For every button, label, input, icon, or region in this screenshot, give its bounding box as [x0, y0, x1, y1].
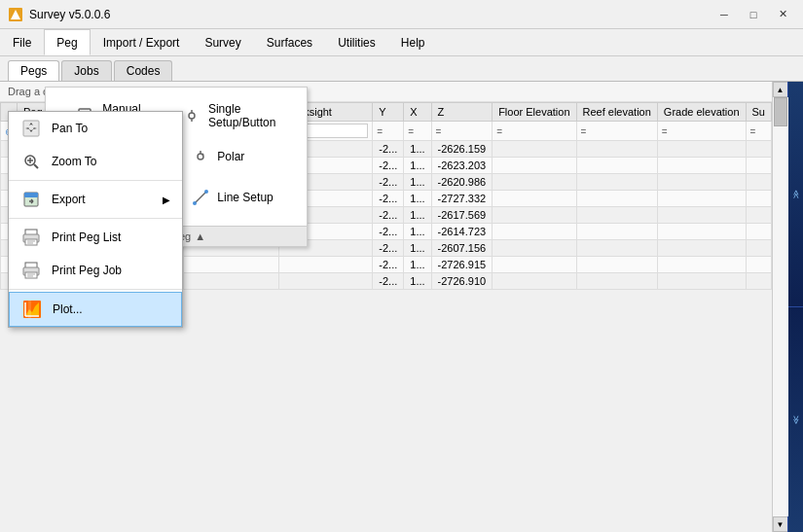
col-x[interactable]: X [404, 103, 431, 122]
menu-utilities[interactable]: Utilities [325, 29, 388, 55]
ctx-divider-2 [9, 218, 182, 219]
cell-grade-elevation [657, 141, 746, 158]
svg-point-5 [189, 113, 195, 119]
ctx-plot-label: Plot... [53, 302, 83, 316]
print-peg-list-icon [20, 227, 42, 248]
svg-rect-24 [24, 193, 38, 197]
filter-floor-eq: = [496, 126, 502, 137]
tab-pegs[interactable]: Pegs [8, 60, 59, 81]
single-setup-label: Single Setup/Button [208, 102, 275, 129]
filter-su[interactable]: = [746, 122, 771, 141]
right-panel-top-icon: ≪ [791, 190, 801, 198]
plot-icon [21, 299, 43, 320]
main-area: Drag a column header here to group by th… [0, 82, 803, 532]
context-menu: Pan To Zoom To [8, 111, 183, 328]
svg-rect-42 [28, 301, 31, 318]
svg-rect-30 [25, 239, 37, 245]
maximize-button[interactable]: □ [741, 5, 766, 24]
ctx-pan-to-label: Pan To [52, 122, 88, 135]
col-reef-elevation[interactable]: Reef elevation [576, 103, 657, 122]
pan-to-icon [20, 118, 42, 139]
cell-z: -2626.159 [431, 141, 493, 158]
filter-z-eq: = [436, 126, 442, 137]
filter-y[interactable]: = [373, 122, 404, 141]
ctx-pan-to[interactable]: Pan To [9, 112, 182, 145]
svg-line-15 [195, 192, 206, 203]
svg-point-17 [204, 190, 208, 194]
title-bar: Survey v5.0.0.6 ─ □ ✕ [0, 0, 803, 29]
tab-codes[interactable]: Codes [114, 60, 173, 81]
scroll-track[interactable] [773, 97, 788, 516]
cell-floor-elevation [493, 141, 576, 158]
col-su[interactable]: Su [746, 103, 771, 122]
filter-x[interactable]: = [404, 122, 431, 141]
menu-survey[interactable]: Survey [192, 29, 253, 55]
menu-help[interactable]: Help [388, 29, 438, 55]
cell-su [746, 141, 771, 158]
ctx-divider-3 [9, 289, 182, 290]
ctx-export-label: Export [52, 193, 86, 206]
filter-z[interactable]: = [431, 122, 493, 141]
svg-line-12 [202, 154, 204, 156]
col-floor-elevation[interactable]: Floor Elevation [493, 103, 576, 122]
ctx-print-peg-list-label: Print Peg List [52, 231, 121, 244]
cell-y: -2... [373, 141, 404, 158]
export-icon [20, 189, 42, 210]
filter-x-eq: = [408, 126, 414, 137]
menu-file[interactable]: File [0, 29, 44, 55]
scroll-thumb[interactable] [774, 97, 787, 126]
filter-su-eq: = [750, 126, 756, 137]
app-icon [8, 7, 23, 22]
ctx-print-peg-job[interactable]: Print Peg Job [9, 254, 182, 287]
col-z[interactable]: Z [431, 103, 493, 122]
filter-grade-eq: = [662, 126, 668, 137]
right-panel-top: ≪ [788, 82, 803, 307]
filter-reef-elevation[interactable]: = [576, 122, 657, 141]
menu-single-setup[interactable]: Single Setup/Button [167, 99, 291, 132]
col-y[interactable]: Y [373, 103, 404, 122]
col-grade-elevation[interactable]: Grade elevation [657, 103, 746, 122]
line-setup-label: Line Setup [217, 191, 273, 204]
vertical-scrollbar[interactable]: ▲ ▼ [772, 82, 787, 532]
menu-line-setup[interactable]: Line Setup [176, 186, 291, 209]
filter-grade-elevation[interactable]: = [657, 122, 746, 141]
close-button[interactable]: ✕ [770, 5, 795, 24]
ctx-export[interactable]: Export ▶ [9, 183, 182, 216]
polar-label: Polar [217, 150, 244, 163]
menu-polar[interactable]: Polar [176, 145, 291, 168]
filter-reef-eq: = [581, 126, 587, 137]
cell-x: 1... [404, 141, 431, 158]
filter-floor-elevation[interactable]: = [493, 122, 576, 141]
right-panel-bottom: ≫ [788, 307, 803, 532]
print-peg-job-icon [20, 260, 42, 281]
filter-y-eq: = [377, 126, 383, 137]
new-peg-arrow-icon: ▲ [195, 231, 205, 242]
scroll-down-button[interactable]: ▼ [773, 516, 788, 532]
zoom-to-icon [20, 151, 42, 172]
tab-jobs[interactable]: Jobs [61, 60, 111, 81]
line-setup-icon [192, 189, 209, 206]
app-title: Survey v5.0.0.6 [29, 8, 712, 21]
menu-peg[interactable]: Peg Manual Input [44, 29, 90, 55]
ctx-zoom-to[interactable]: Zoom To [9, 145, 182, 178]
ctx-print-peg-list[interactable]: Print Peg List [9, 221, 182, 254]
menu-bar: File Peg Manual Input [0, 29, 803, 56]
polar-icon [192, 148, 209, 165]
ctx-divider-1 [9, 180, 182, 181]
svg-line-20 [34, 164, 38, 168]
menu-import-export[interactable]: Import / Export [91, 29, 193, 55]
tabs-bar: Pegs Jobs Codes [0, 56, 803, 82]
svg-rect-35 [25, 272, 37, 278]
ctx-export-arrow-icon: ▶ [163, 195, 170, 205]
svg-point-16 [193, 201, 197, 205]
single-setup-icon [183, 107, 201, 124]
ctx-plot[interactable]: Plot... [9, 292, 182, 327]
cell-reef-elevation [576, 141, 657, 158]
window-controls: ─ □ ✕ [712, 5, 795, 24]
minimize-button[interactable]: ─ [712, 5, 737, 24]
ctx-zoom-to-label: Zoom To [52, 155, 96, 168]
scroll-up-button[interactable]: ▲ [773, 82, 788, 97]
ctx-print-peg-job-label: Print Peg Job [52, 264, 122, 277]
menu-surfaces[interactable]: Surfaces [254, 29, 325, 55]
right-panel: ≪ ≫ [787, 82, 803, 532]
